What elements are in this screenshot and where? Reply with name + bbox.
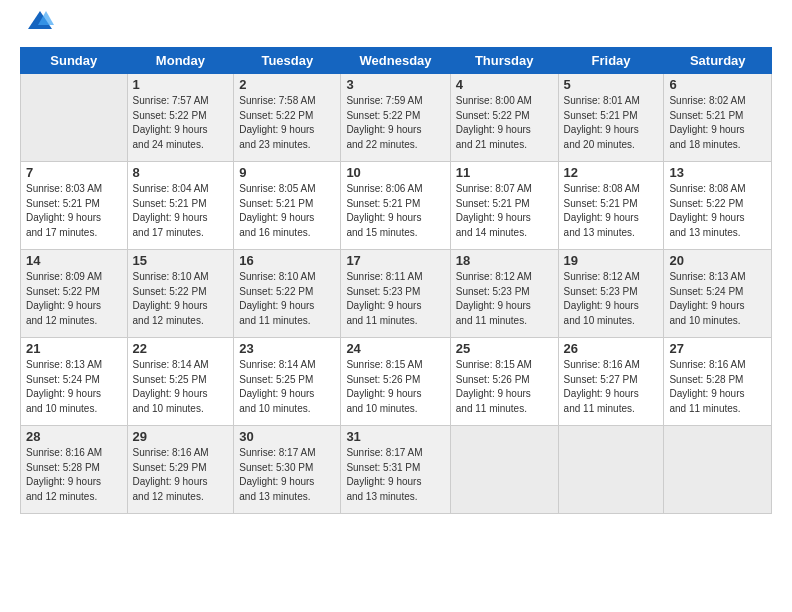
calendar-cell: 14Sunrise: 8:09 AM Sunset: 5:22 PM Dayli… — [21, 250, 128, 338]
day-info: Sunrise: 8:04 AM Sunset: 5:21 PM Dayligh… — [133, 182, 229, 240]
calendar-cell: 16Sunrise: 8:10 AM Sunset: 5:22 PM Dayli… — [234, 250, 341, 338]
day-info: Sunrise: 8:16 AM Sunset: 5:28 PM Dayligh… — [26, 446, 122, 504]
calendar-cell — [450, 426, 558, 514]
header — [20, 15, 772, 37]
day-number: 12 — [564, 165, 659, 180]
calendar-cell: 13Sunrise: 8:08 AM Sunset: 5:22 PM Dayli… — [664, 162, 772, 250]
weekday-wednesday: Wednesday — [341, 48, 450, 74]
day-number: 24 — [346, 341, 444, 356]
calendar-cell: 31Sunrise: 8:17 AM Sunset: 5:31 PM Dayli… — [341, 426, 450, 514]
calendar-cell: 12Sunrise: 8:08 AM Sunset: 5:21 PM Dayli… — [558, 162, 664, 250]
day-info: Sunrise: 7:57 AM Sunset: 5:22 PM Dayligh… — [133, 94, 229, 152]
day-info: Sunrise: 8:16 AM Sunset: 5:28 PM Dayligh… — [669, 358, 766, 416]
day-info: Sunrise: 8:01 AM Sunset: 5:21 PM Dayligh… — [564, 94, 659, 152]
calendar-cell: 17Sunrise: 8:11 AM Sunset: 5:23 PM Dayli… — [341, 250, 450, 338]
day-info: Sunrise: 7:59 AM Sunset: 5:22 PM Dayligh… — [346, 94, 444, 152]
calendar-cell — [558, 426, 664, 514]
page-container: SundayMondayTuesdayWednesdayThursdayFrid… — [0, 0, 792, 612]
weekday-thursday: Thursday — [450, 48, 558, 74]
day-number: 2 — [239, 77, 335, 92]
day-number: 25 — [456, 341, 553, 356]
day-number: 8 — [133, 165, 229, 180]
day-number: 13 — [669, 165, 766, 180]
calendar-week-3: 14Sunrise: 8:09 AM Sunset: 5:22 PM Dayli… — [21, 250, 772, 338]
day-info: Sunrise: 8:10 AM Sunset: 5:22 PM Dayligh… — [239, 270, 335, 328]
day-info: Sunrise: 8:14 AM Sunset: 5:25 PM Dayligh… — [133, 358, 229, 416]
day-number: 11 — [456, 165, 553, 180]
day-info: Sunrise: 8:11 AM Sunset: 5:23 PM Dayligh… — [346, 270, 444, 328]
calendar-week-5: 28Sunrise: 8:16 AM Sunset: 5:28 PM Dayli… — [21, 426, 772, 514]
calendar-cell: 27Sunrise: 8:16 AM Sunset: 5:28 PM Dayli… — [664, 338, 772, 426]
day-info: Sunrise: 8:15 AM Sunset: 5:26 PM Dayligh… — [456, 358, 553, 416]
day-info: Sunrise: 8:06 AM Sunset: 5:21 PM Dayligh… — [346, 182, 444, 240]
day-number: 31 — [346, 429, 444, 444]
logo-icon — [26, 7, 54, 35]
calendar-cell: 7Sunrise: 8:03 AM Sunset: 5:21 PM Daylig… — [21, 162, 128, 250]
day-info: Sunrise: 7:58 AM Sunset: 5:22 PM Dayligh… — [239, 94, 335, 152]
day-number: 28 — [26, 429, 122, 444]
day-info: Sunrise: 8:13 AM Sunset: 5:24 PM Dayligh… — [26, 358, 122, 416]
day-info: Sunrise: 8:14 AM Sunset: 5:25 PM Dayligh… — [239, 358, 335, 416]
calendar-cell: 15Sunrise: 8:10 AM Sunset: 5:22 PM Dayli… — [127, 250, 234, 338]
weekday-tuesday: Tuesday — [234, 48, 341, 74]
day-number: 15 — [133, 253, 229, 268]
calendar-cell: 23Sunrise: 8:14 AM Sunset: 5:25 PM Dayli… — [234, 338, 341, 426]
calendar-cell: 22Sunrise: 8:14 AM Sunset: 5:25 PM Dayli… — [127, 338, 234, 426]
weekday-sunday: Sunday — [21, 48, 128, 74]
calendar-week-4: 21Sunrise: 8:13 AM Sunset: 5:24 PM Dayli… — [21, 338, 772, 426]
calendar-cell: 10Sunrise: 8:06 AM Sunset: 5:21 PM Dayli… — [341, 162, 450, 250]
calendar-cell — [664, 426, 772, 514]
day-number: 26 — [564, 341, 659, 356]
calendar-week-2: 7Sunrise: 8:03 AM Sunset: 5:21 PM Daylig… — [21, 162, 772, 250]
weekday-saturday: Saturday — [664, 48, 772, 74]
day-info: Sunrise: 8:08 AM Sunset: 5:21 PM Dayligh… — [564, 182, 659, 240]
day-number: 21 — [26, 341, 122, 356]
calendar-cell: 2Sunrise: 7:58 AM Sunset: 5:22 PM Daylig… — [234, 74, 341, 162]
day-info: Sunrise: 8:17 AM Sunset: 5:30 PM Dayligh… — [239, 446, 335, 504]
calendar-cell: 8Sunrise: 8:04 AM Sunset: 5:21 PM Daylig… — [127, 162, 234, 250]
day-number: 27 — [669, 341, 766, 356]
day-number: 17 — [346, 253, 444, 268]
calendar-cell: 21Sunrise: 8:13 AM Sunset: 5:24 PM Dayli… — [21, 338, 128, 426]
day-number: 29 — [133, 429, 229, 444]
day-number: 1 — [133, 77, 229, 92]
day-number: 19 — [564, 253, 659, 268]
calendar-cell: 4Sunrise: 8:00 AM Sunset: 5:22 PM Daylig… — [450, 74, 558, 162]
calendar-cell: 5Sunrise: 8:01 AM Sunset: 5:21 PM Daylig… — [558, 74, 664, 162]
calendar-cell: 28Sunrise: 8:16 AM Sunset: 5:28 PM Dayli… — [21, 426, 128, 514]
day-info: Sunrise: 8:12 AM Sunset: 5:23 PM Dayligh… — [456, 270, 553, 328]
calendar-table: SundayMondayTuesdayWednesdayThursdayFrid… — [20, 47, 772, 514]
weekday-friday: Friday — [558, 48, 664, 74]
calendar-cell: 26Sunrise: 8:16 AM Sunset: 5:27 PM Dayli… — [558, 338, 664, 426]
day-number: 18 — [456, 253, 553, 268]
day-number: 23 — [239, 341, 335, 356]
calendar-cell: 18Sunrise: 8:12 AM Sunset: 5:23 PM Dayli… — [450, 250, 558, 338]
day-number: 22 — [133, 341, 229, 356]
calendar-cell: 25Sunrise: 8:15 AM Sunset: 5:26 PM Dayli… — [450, 338, 558, 426]
calendar-week-1: 1Sunrise: 7:57 AM Sunset: 5:22 PM Daylig… — [21, 74, 772, 162]
day-number: 5 — [564, 77, 659, 92]
day-info: Sunrise: 8:10 AM Sunset: 5:22 PM Dayligh… — [133, 270, 229, 328]
day-number: 3 — [346, 77, 444, 92]
day-number: 9 — [239, 165, 335, 180]
day-info: Sunrise: 8:17 AM Sunset: 5:31 PM Dayligh… — [346, 446, 444, 504]
day-info: Sunrise: 8:12 AM Sunset: 5:23 PM Dayligh… — [564, 270, 659, 328]
calendar-cell: 29Sunrise: 8:16 AM Sunset: 5:29 PM Dayli… — [127, 426, 234, 514]
day-info: Sunrise: 8:00 AM Sunset: 5:22 PM Dayligh… — [456, 94, 553, 152]
day-info: Sunrise: 8:13 AM Sunset: 5:24 PM Dayligh… — [669, 270, 766, 328]
day-info: Sunrise: 8:15 AM Sunset: 5:26 PM Dayligh… — [346, 358, 444, 416]
day-number: 4 — [456, 77, 553, 92]
day-number: 16 — [239, 253, 335, 268]
day-info: Sunrise: 8:03 AM Sunset: 5:21 PM Dayligh… — [26, 182, 122, 240]
day-info: Sunrise: 8:16 AM Sunset: 5:29 PM Dayligh… — [133, 446, 229, 504]
weekday-monday: Monday — [127, 48, 234, 74]
day-number: 7 — [26, 165, 122, 180]
logo — [20, 15, 54, 37]
day-info: Sunrise: 8:02 AM Sunset: 5:21 PM Dayligh… — [669, 94, 766, 152]
day-info: Sunrise: 8:05 AM Sunset: 5:21 PM Dayligh… — [239, 182, 335, 240]
day-info: Sunrise: 8:09 AM Sunset: 5:22 PM Dayligh… — [26, 270, 122, 328]
calendar-cell — [21, 74, 128, 162]
calendar-cell: 30Sunrise: 8:17 AM Sunset: 5:30 PM Dayli… — [234, 426, 341, 514]
calendar-cell: 6Sunrise: 8:02 AM Sunset: 5:21 PM Daylig… — [664, 74, 772, 162]
calendar-cell: 3Sunrise: 7:59 AM Sunset: 5:22 PM Daylig… — [341, 74, 450, 162]
